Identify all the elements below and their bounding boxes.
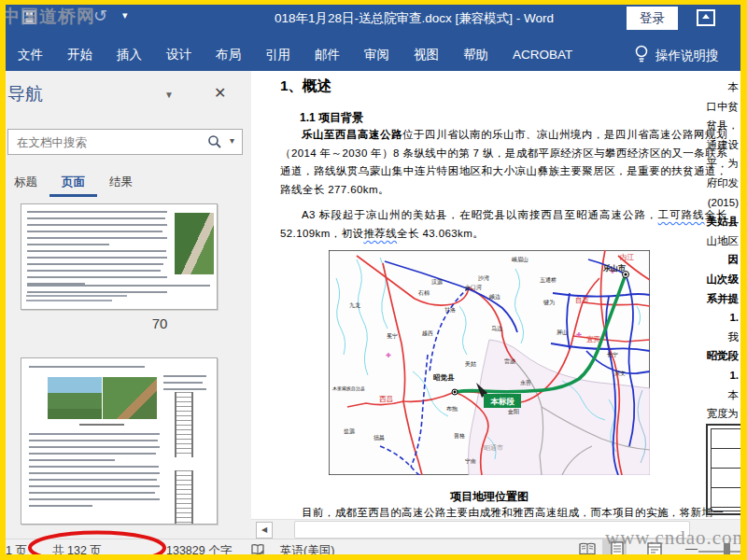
- map-label: 九龙: [349, 302, 360, 308]
- ribbon-tab[interactable]: 邮件: [303, 39, 352, 71]
- adjacent-page-text-line: 通建设: [701, 135, 739, 155]
- adjacent-page-text-line: 昭觉段: [701, 346, 739, 366]
- adjacent-page-text-line: 系并提: [701, 289, 739, 309]
- nav-tab-results[interactable]: 结果: [97, 170, 145, 197]
- doc-paragraph: A3 标段起于凉山州的美姑县，在昭觉县以南接西昌至昭通高速公路，工可路线全长 5…: [280, 206, 727, 243]
- map-label: 石棉: [417, 289, 430, 297]
- map-label: 宁南: [465, 457, 476, 464]
- map-label: 峨眉山: [512, 257, 529, 263]
- ribbon-tab[interactable]: 帮助: [451, 39, 500, 71]
- status-language[interactable]: 英语(美国): [280, 543, 334, 559]
- page-thumbnail[interactable]: [21, 203, 218, 310]
- document-title: 018年1月28日-送总院审查.docx [兼容模式] - Word: [275, 10, 554, 27]
- map-label: 宜宾: [586, 335, 601, 343]
- adjacent-page-text-line: 我: [701, 328, 739, 347]
- map-label: 昭通市: [484, 443, 503, 452]
- map-label: 冕宁: [387, 332, 398, 340]
- adjacent-page-text-line: 1.: [701, 366, 739, 385]
- project-location-map: ✚✚✚ 本标段 乐山市峨眉山沙湾五通桥犍为金口河峨边汉源石棉甘洛越西马边九龙冕宁…: [329, 250, 650, 475]
- ribbon-tab-bar: 文件开始插入设计布局引用邮件审阅视图帮助ACROBAT: [6, 39, 585, 71]
- nav-pane-close-icon[interactable]: ✕: [214, 84, 226, 102]
- document-page[interactable]: 1、概述 1.1 项目背景 乐山至西昌高速公路位于四川省以南的乐山市、凉山州境内…: [251, 71, 747, 539]
- nav-tab-bar: 标题页面结果: [2, 170, 145, 197]
- map-label: 布拖: [446, 406, 458, 412]
- search-input[interactable]: [15, 133, 191, 152]
- watermark-bottom-right: www.cndao.com: [605, 526, 747, 550]
- ribbon-tab[interactable]: 视图: [402, 39, 451, 71]
- map-label: 甘洛: [444, 307, 456, 314]
- ribbon-tab[interactable]: 布局: [204, 39, 253, 71]
- svg-text:本标段: 本标段: [489, 397, 514, 406]
- thumbnail-photo: [103, 377, 157, 419]
- map-label: 木里藏族自治县: [332, 385, 365, 392]
- ribbon-tab[interactable]: 开始: [55, 39, 105, 71]
- adjacent-page-table: [706, 424, 743, 515]
- ribbon-tab[interactable]: ACROBAT: [500, 39, 585, 71]
- adjacent-page-text-line: 贫县，: [701, 116, 739, 135]
- map-label: 兴文: [614, 370, 626, 376]
- map-caption: 项目地理位置图: [329, 489, 650, 505]
- nav-pane-dropdown-icon[interactable]: ▼: [164, 90, 174, 100]
- scroll-left-button[interactable]: ◀: [256, 522, 273, 539]
- ribbon-tab[interactable]: 插入: [105, 39, 154, 71]
- map-label: 雷波: [504, 357, 515, 365]
- tell-me-search[interactable]: 操作说明搜: [655, 48, 741, 64]
- map-label: 金阳: [507, 409, 519, 415]
- ribbon-tab[interactable]: 文件: [6, 39, 55, 71]
- qat-dropdown-icon[interactable]: ▾: [122, 9, 128, 21]
- search-dropdown-icon[interactable]: ▾: [230, 135, 234, 146]
- text-segment: 乐山至西昌高速公路: [302, 129, 402, 140]
- nav-tab-pages[interactable]: 页面: [49, 170, 97, 197]
- map-label: 美姑: [465, 360, 476, 368]
- map-label: 昭觉县: [433, 373, 455, 382]
- adjacent-page-text-line: 山次级: [701, 270, 739, 289]
- sign-in-button[interactable]: 登录: [627, 7, 678, 30]
- map-label: 汉源: [431, 278, 443, 285]
- nav-tab-headings[interactable]: 标题: [2, 170, 49, 197]
- lightbulb-icon: [634, 44, 649, 64]
- thumbnail-photo: [48, 377, 102, 419]
- text-segment: A3 标段起于凉山州的美姑县，在昭觉县以南接西昌至昭通高速公路，: [302, 209, 658, 220]
- ribbon-tab[interactable]: 审阅: [352, 39, 402, 71]
- adjacent-page-text-line: 府印发: [701, 174, 739, 193]
- adjacent-page-text-line: 美姑县: [701, 212, 739, 231]
- adjacent-page-text-line: 因: [701, 250, 739, 270]
- thumbnail-text-lines: [29, 433, 162, 511]
- svg-text:✚: ✚: [576, 331, 582, 338]
- doc-heading-1: 1、概述: [280, 77, 331, 96]
- adjacent-page-text-line: 宽度为: [701, 404, 739, 424]
- thumbnail-header-line: [29, 366, 145, 368]
- ribbon-display-options-icon[interactable]: [697, 9, 715, 26]
- view-read-mode-button[interactable]: [575, 539, 599, 560]
- proofing-icon[interactable]: [250, 542, 265, 557]
- text-segment: 全长 43.063km。: [397, 228, 484, 239]
- nav-search-box[interactable]: ▾: [7, 129, 243, 155]
- text-segment: 工可路线: [658, 209, 705, 220]
- adjacent-page-text-line: 本: [701, 77, 739, 97]
- doc-heading-2: 1.1 项目背景: [300, 110, 363, 126]
- adjacent-page-text-line: 口中贫: [701, 97, 739, 117]
- map-label: 内江: [620, 253, 635, 261]
- map-label: 自贡: [575, 296, 590, 304]
- svg-text:✚: ✚: [386, 352, 391, 358]
- zoom-slider[interactable]: [698, 551, 740, 553]
- navigation-pane: 导航 ▼ ✕ ▾ 标题页面结果 70: [0, 71, 252, 539]
- adjacent-page-column: 本口中贫贫县，通建设平，为府印发(2015)美姑县山地区因山次级系并提1.我昭觉…: [701, 77, 739, 424]
- thumbnail-drawing-column: [163, 375, 212, 395]
- adjacent-page-text-line: 本: [701, 385, 739, 405]
- page-thumbnail[interactable]: [21, 357, 218, 525]
- map-label: 金口河: [464, 285, 482, 291]
- search-icon[interactable]: [207, 134, 222, 149]
- map-label: 越西: [422, 330, 433, 337]
- doc-paragraph: 乐山至西昌高速公路位于四川省以南的乐山市、凉山州境内，是四川省高速公路网规划（2…: [280, 126, 727, 199]
- ribbon-tab[interactable]: 引用: [253, 39, 303, 71]
- map-label: 盐源: [344, 427, 355, 434]
- map-label: 长宁: [607, 351, 618, 357]
- navigation-pane-title: 导航: [7, 82, 43, 106]
- adjacent-page-text-line: (2015): [701, 193, 739, 213]
- ribbon-tab[interactable]: 设计: [154, 39, 204, 71]
- title-bar: ↺ ▾ 018年1月28日-送总院审查.docx [兼容模式] - Word 登…: [0, 0, 747, 71]
- red-circle-annotation: [17, 528, 177, 560]
- undo-icon[interactable]: ↺: [93, 6, 107, 26]
- text-segment: 推荐线: [363, 228, 397, 239]
